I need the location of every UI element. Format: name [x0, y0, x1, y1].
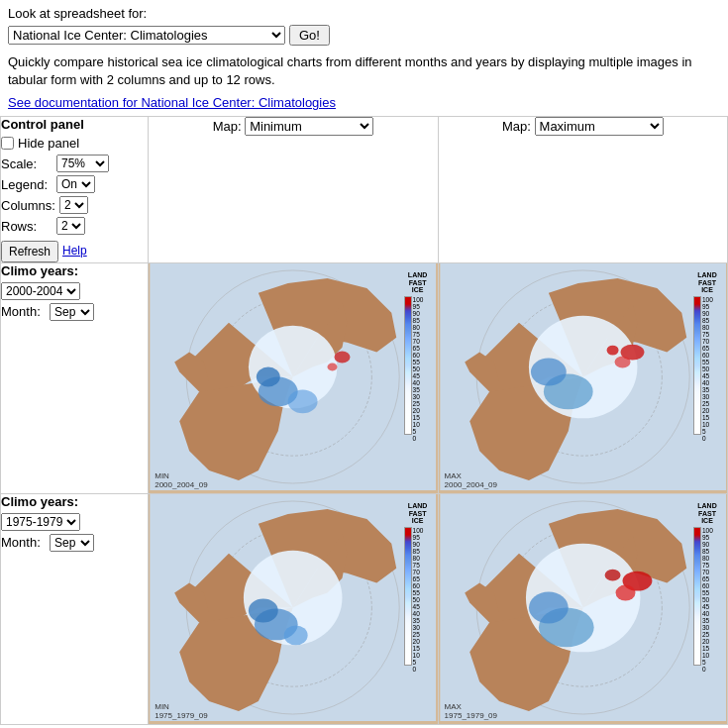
svg-point-26: [614, 357, 630, 368]
svg-point-10: [288, 389, 318, 413]
map1-label: Map:: [213, 119, 242, 134]
legend-bar-2: LANDFAST ICE 100 95 90 85 80 75 70 65 60…: [693, 271, 721, 435]
map2-header-cell: Map: Maximum Minimum Mean: [438, 117, 727, 263]
go-button[interactable]: Go!: [289, 25, 330, 46]
map2-svg-1: [439, 263, 727, 490]
climo-years-select-1[interactable]: 2000-2004 1975-1979 1980-1984 1985-1989 …: [1, 282, 80, 300]
scale-row: Scale: 75% 50% 100%: [1, 155, 148, 172]
columns-select[interactable]: 2 1 3 4: [59, 196, 88, 214]
legend-title: LANDFAST ICE: [404, 271, 432, 294]
legend-title-4: LANDFAST ICE: [693, 502, 721, 525]
svg-point-27: [606, 346, 618, 356]
rows-label: Rows:: [1, 219, 52, 234]
rows-select[interactable]: 2 1 3: [56, 217, 85, 235]
map2-footer-1: MAX2000_2004_09: [445, 471, 497, 489]
map2-image-1: LANDFAST ICE 100 95 90 85 80 75 70 65 60…: [438, 262, 727, 493]
svg-point-52: [615, 585, 635, 601]
legend-row: Legend: On Off: [1, 175, 148, 193]
month-label-1: Month:: [1, 304, 46, 319]
month-select-1[interactable]: Sep JanFebMar AprMayJun JulAug OctNovDec: [50, 303, 94, 321]
map1-select[interactable]: Minimum Maximum Mean: [245, 117, 373, 136]
legend-bar-1: LANDFAST ICE 100 95 90 85 80 75 70 65 60…: [404, 271, 432, 435]
map1-footer-1: MIN2000_2004_09: [155, 471, 207, 489]
help-link[interactable]: Help: [62, 241, 87, 262]
top-section: Look at spreadsheet for: National Ice Ce…: [0, 0, 728, 116]
look-at-label: Look at spreadsheet for:: [8, 6, 720, 21]
month-label-2: Month:: [1, 535, 46, 550]
month-row-2: Month: Sep JanFebMar AprMayJun JulAug Oc…: [1, 534, 148, 552]
climo-years-label-1: Climo years:: [1, 263, 148, 278]
data-row-1: Climo years: 2000-2004 1975-1979 1980-19…: [1, 262, 728, 493]
doc-link[interactable]: See documentation for National Ice Cente…: [8, 95, 336, 110]
legend-title-2: LANDFAST ICE: [693, 271, 721, 294]
climo-years-label-2: Climo years:: [1, 494, 148, 509]
climo-cell-1: Climo years: 2000-2004 1975-1979 1980-19…: [1, 262, 149, 493]
scale-select[interactable]: 75% 50% 100%: [56, 155, 109, 172]
map2-image-2: LANDFAST ICE 100 95 90 85 80 75 70 65 60…: [438, 493, 727, 724]
svg-point-38: [249, 599, 278, 623]
main-table: Control panel Hide panel Scale: 75% 50% …: [0, 116, 728, 725]
header-row: Control panel Hide panel Scale: 75% 50% …: [1, 117, 728, 263]
month-select-2[interactable]: Sep JanFebMar AprMayJun JulAug OctNovDec: [50, 534, 94, 552]
svg-point-13: [328, 364, 338, 371]
svg-point-12: [335, 352, 351, 364]
legend-bar-4: LANDFAST ICE 100 95 90 85 80 75 70 65 60…: [693, 502, 721, 666]
spreadsheet-row: National Ice Center: Climatologies Go!: [8, 25, 720, 46]
refresh-button[interactable]: Refresh: [1, 241, 58, 262]
hide-panel-label: Hide panel: [18, 136, 79, 151]
map1-svg-1: [149, 263, 437, 490]
description: Quickly compare historical sea ice clima…: [8, 53, 720, 89]
columns-row: Columns: 2 1 3 4: [1, 196, 148, 214]
control-panel-title: Control panel: [1, 117, 148, 132]
climo-cell-2: Climo years: 1975-1979 2000-2004 1980-19…: [1, 493, 149, 724]
btn-row: Refresh Help: [1, 241, 148, 262]
svg-point-39: [284, 625, 308, 645]
map1-image-2: LANDFAST ICE 100 95 90 85 80 75 70 65 60…: [149, 493, 438, 724]
svg-point-53: [604, 570, 620, 581]
svg-point-50: [529, 592, 569, 624]
map2-footer-2: MAX1975_1979_09: [445, 702, 497, 720]
map2-label: Map:: [502, 119, 531, 134]
map1-image-1: LANDFAST ICE 100 95 90 85 80 75 70 65 60…: [149, 262, 438, 493]
map1-svg-2: [149, 494, 437, 721]
hide-panel-row: Hide panel: [1, 136, 148, 151]
svg-point-24: [531, 359, 567, 386]
map2-select[interactable]: Maximum Minimum Mean: [535, 117, 664, 136]
data-row-2: Climo years: 1975-1979 2000-2004 1980-19…: [1, 493, 728, 724]
svg-point-11: [257, 367, 280, 387]
spreadsheet-select[interactable]: National Ice Center: Climatologies: [8, 26, 285, 45]
map1-footer-2: MIN1975_1979_09: [155, 702, 207, 720]
hide-panel-checkbox[interactable]: [1, 137, 14, 150]
control-panel-cell: Control panel Hide panel Scale: 75% 50% …: [1, 117, 149, 263]
climo-years-row-1: 2000-2004 1975-1979 1980-1984 1985-1989 …: [1, 282, 148, 300]
map2-svg-2: [439, 494, 727, 721]
columns-label: Columns:: [1, 198, 55, 213]
legend-title-3: LANDFAST ICE: [404, 502, 432, 525]
scale-label: Scale:: [1, 156, 52, 171]
climo-years-select-2[interactable]: 1975-1979 2000-2004 1980-1984 1985-1989 …: [1, 513, 80, 531]
climo-years-row-2: 1975-1979 2000-2004 1980-1984 1985-1989 …: [1, 513, 148, 531]
map1-header-cell: Map: Minimum Maximum Mean: [149, 117, 438, 263]
legend-select[interactable]: On Off: [56, 175, 95, 193]
month-row-1: Month: Sep JanFebMar AprMayJun JulAug Oc…: [1, 303, 148, 321]
rows-row: Rows: 2 1 3: [1, 217, 148, 235]
legend-bar-3: LANDFAST ICE 100 95 90 85 80 75 70 65 60…: [404, 502, 432, 666]
legend-label: Legend:: [1, 177, 52, 192]
